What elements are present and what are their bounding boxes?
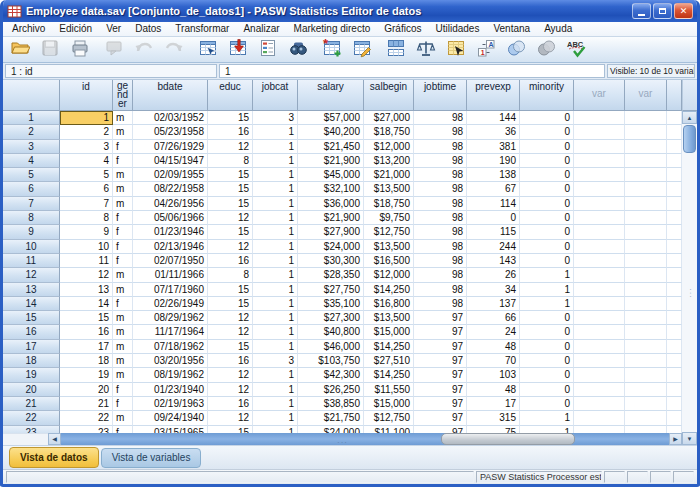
data-cell-educ[interactable]: 12 [208, 311, 253, 325]
data-cell-jobcat[interactable]: 1 [253, 283, 298, 297]
menu-datos[interactable]: Datos [128, 22, 168, 36]
data-cell-educ[interactable]: 16 [208, 354, 253, 368]
column-header-prevexp[interactable]: prevexp [467, 80, 520, 111]
data-cell-var2[interactable] [625, 240, 667, 254]
vertical-scrollbar[interactable]: ▲ ··· ▼ [682, 80, 697, 445]
data-cell-educ[interactable]: 15 [208, 168, 253, 182]
row-header-cell[interactable]: 9 [3, 225, 60, 239]
data-cell-jobtime[interactable]: 98 [414, 211, 467, 225]
data-cell-minority[interactable]: 0 [520, 225, 574, 239]
data-cell-jobtime[interactable]: 97 [414, 325, 467, 339]
data-cell-jobcat[interactable]: 1 [253, 297, 298, 311]
data-cell-var3[interactable] [667, 383, 682, 397]
data-cell-salbegin[interactable]: $13,500 [364, 240, 414, 254]
data-cell-minority[interactable]: 0 [520, 140, 574, 154]
column-header-var2[interactable]: var [625, 80, 667, 111]
data-cell-gender[interactable]: m [113, 111, 133, 125]
data-cell-jobtime[interactable]: 98 [414, 297, 467, 311]
data-cell-gender[interactable]: m [113, 340, 133, 354]
data-cell-jobtime[interactable]: 98 [414, 111, 467, 125]
menu-transformar[interactable]: Transformar [168, 22, 236, 36]
data-cell-prevexp[interactable]: 144 [467, 111, 520, 125]
data-cell-salbegin[interactable]: $27,000 [364, 111, 414, 125]
data-cell-salbegin[interactable]: $13,500 [364, 182, 414, 196]
data-cell-var3[interactable] [667, 340, 682, 354]
data-cell-salbegin[interactable]: $12,000 [364, 140, 414, 154]
data-cell-jobtime[interactable]: 97 [414, 383, 467, 397]
goto-case-button[interactable] [196, 39, 220, 61]
data-cell-var2[interactable] [625, 182, 667, 196]
data-cell-id[interactable]: 21 [60, 397, 113, 411]
data-cell-salbegin[interactable]: $21,000 [364, 168, 414, 182]
data-cell-bdate[interactable]: 11/17/1964 [133, 325, 208, 339]
data-cell-id[interactable]: 1 [60, 111, 113, 125]
data-cell-var3[interactable] [667, 325, 682, 339]
data-cell-minority[interactable]: 0 [520, 383, 574, 397]
horizontal-scrollbar[interactable]: ◀ ▶ ··· [3, 433, 682, 445]
data-cell-salbegin[interactable]: $14,250 [364, 368, 414, 382]
data-cell-id[interactable]: 16 [60, 325, 113, 339]
data-cell-var3[interactable] [667, 182, 682, 196]
data-cell-var3[interactable] [667, 268, 682, 282]
data-cell-minority[interactable]: 0 [520, 368, 574, 382]
data-cell-gender[interactable]: f [113, 154, 133, 168]
row-header-cell[interactable]: 3 [3, 140, 60, 154]
data-cell-var3[interactable] [667, 211, 682, 225]
data-cell-jobcat[interactable]: 1 [253, 411, 298, 425]
data-cell-bdate[interactable]: 01/11/1966 [133, 268, 208, 282]
data-cell-var2[interactable] [625, 297, 667, 311]
data-cell-id[interactable]: 4 [60, 154, 113, 168]
column-header-minority[interactable]: minority [520, 80, 574, 111]
insert-cases-button[interactable]: * [320, 39, 344, 61]
variables-button[interactable] [256, 39, 280, 61]
data-cell-bdate[interactable]: 02/26/1949 [133, 297, 208, 311]
data-cell-var1[interactable] [574, 297, 625, 311]
data-cell-educ[interactable]: 15 [208, 111, 253, 125]
data-cell-minority[interactable]: 0 [520, 354, 574, 368]
data-cell-salary[interactable]: $28,350 [298, 268, 364, 282]
data-cell-prevexp[interactable]: 244 [467, 240, 520, 254]
data-cell-prevexp[interactable]: 143 [467, 254, 520, 268]
data-cell-var1[interactable] [574, 383, 625, 397]
data-cell-salbegin[interactable]: $12,750 [364, 225, 414, 239]
data-cell-educ[interactable]: 8 [208, 154, 253, 168]
data-cell-prevexp[interactable]: 75 [467, 426, 520, 433]
data-cell-salary[interactable]: $30,300 [298, 254, 364, 268]
data-cell-salbegin[interactable]: $12,000 [364, 268, 414, 282]
data-cell-gender[interactable]: f [113, 383, 133, 397]
data-cell-jobcat[interactable]: 1 [253, 426, 298, 433]
data-cell-var1[interactable] [574, 254, 625, 268]
data-cell-minority[interactable]: 1 [520, 411, 574, 425]
column-header-salbegin[interactable]: salbegin [364, 80, 414, 111]
data-cell-var3[interactable] [667, 354, 682, 368]
data-cell-jobtime[interactable]: 97 [414, 426, 467, 433]
scroll-down-button[interactable]: ▼ [682, 432, 697, 445]
data-cell-id[interactable]: 17 [60, 340, 113, 354]
data-cell-educ[interactable]: 16 [208, 125, 253, 139]
data-cell-var1[interactable] [574, 325, 625, 339]
pane-splitter-handle-vertical[interactable]: ··· [688, 288, 692, 299]
data-cell-jobcat[interactable]: 1 [253, 197, 298, 211]
data-cell-gender[interactable]: f [113, 426, 133, 433]
data-cell-gender[interactable]: f [113, 211, 133, 225]
data-cell-minority[interactable]: 1 [520, 426, 574, 433]
data-cell-salbegin[interactable]: $18,750 [364, 197, 414, 211]
data-cell-var1[interactable] [574, 426, 625, 433]
data-cell-id[interactable]: 23 [60, 426, 113, 433]
data-cell-jobcat[interactable]: 1 [253, 125, 298, 139]
data-cell-educ[interactable]: 15 [208, 182, 253, 196]
data-cell-salbegin[interactable]: $15,000 [364, 325, 414, 339]
data-cell-salbegin[interactable]: $13,200 [364, 154, 414, 168]
data-cell-id[interactable]: 10 [60, 240, 113, 254]
data-cell-var1[interactable] [574, 211, 625, 225]
data-cell-bdate[interactable]: 02/19/1963 [133, 397, 208, 411]
data-cell-jobcat[interactable]: 1 [253, 383, 298, 397]
cell-editor-input[interactable]: 1 [219, 64, 605, 78]
row-header-cell[interactable]: 5 [3, 168, 60, 182]
data-cell-var1[interactable] [574, 368, 625, 382]
data-cell-id[interactable]: 6 [60, 182, 113, 196]
data-cell-educ[interactable]: 12 [208, 383, 253, 397]
horizontal-scroll-track[interactable] [61, 433, 669, 445]
data-cell-prevexp[interactable]: 24 [467, 325, 520, 339]
data-cell-salary[interactable]: $103,750 [298, 354, 364, 368]
